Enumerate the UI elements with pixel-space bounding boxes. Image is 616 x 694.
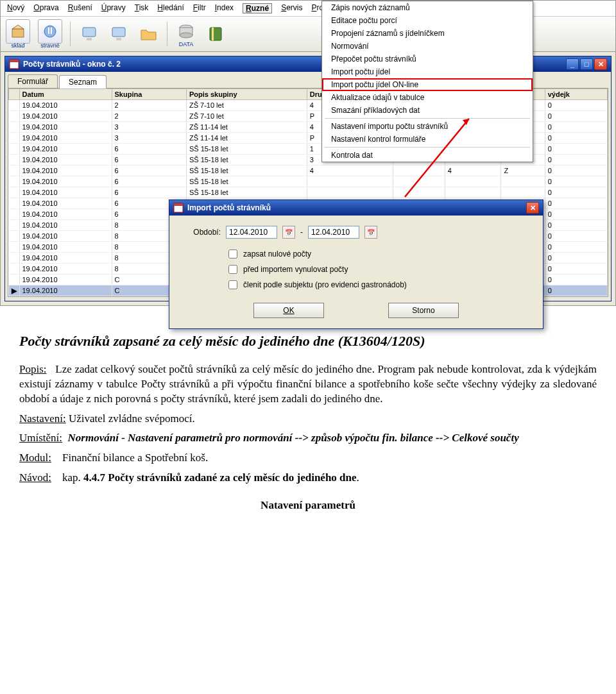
- cell: 19.04.2010: [19, 122, 112, 133]
- toolbar-btn-folder[interactable]: [137, 23, 159, 45]
- menu-item[interactable]: Aktualizace údajů v tabulce: [322, 91, 533, 104]
- menu-item[interactable]: Editace počtu porcí: [322, 14, 533, 27]
- cell: 19.04.2010: [19, 242, 112, 253]
- cell: 0: [545, 165, 607, 176]
- checkbox-reset-before[interactable]: [228, 265, 237, 274]
- menu-index[interactable]: Index: [215, 3, 234, 13]
- cell: SŠ 15-18 let: [186, 144, 307, 155]
- doc-label-popis: Popis:: [19, 363, 47, 375]
- menu-item[interactable]: Normování: [322, 40, 533, 53]
- column-header[interactable]: [9, 89, 20, 100]
- tab-formulář[interactable]: Formulář: [8, 74, 58, 88]
- dialog-titlebar: Import počtů strávníků ✕: [169, 200, 543, 216]
- cell: [9, 111, 20, 122]
- tab-seznam[interactable]: Seznam: [59, 75, 107, 89]
- menu-item-highlighted[interactable]: Import počtu jídel ON-line: [322, 78, 533, 91]
- cell: [9, 264, 20, 275]
- checkbox-split-subject[interactable]: [228, 280, 237, 289]
- box-icon: [10, 24, 26, 39]
- cell: 19.04.2010: [19, 231, 112, 242]
- ok-button[interactable]: OK: [253, 303, 324, 318]
- menu-item[interactable]: Nastavení kontrol formuláře: [322, 133, 533, 146]
- date-to-input[interactable]: [308, 226, 359, 239]
- cell: [9, 242, 20, 253]
- cell: 19.04.2010: [19, 198, 112, 209]
- toolbar-btn-stravne[interactable]: [38, 19, 62, 44]
- menu-oprava[interactable]: Oprava: [33, 3, 58, 13]
- menu-item[interactable]: Propojení záznamů s jídelníčkem: [322, 27, 533, 40]
- cell: [393, 187, 445, 198]
- cell: Z: [501, 165, 545, 176]
- close-button[interactable]: ✕: [594, 58, 607, 70]
- cell: [393, 165, 445, 176]
- cancel-button[interactable]: Storno: [388, 303, 459, 318]
- cell: 4: [445, 165, 501, 176]
- menu-servis[interactable]: Servis: [281, 3, 302, 13]
- dialog-import: Import počtů strávníků ✕ Období: 📅 - 📅 z…: [169, 199, 543, 329]
- dialog-close-button[interactable]: ✕: [526, 202, 539, 214]
- cell: [9, 187, 20, 198]
- monitor-icon: [80, 25, 98, 43]
- menu-item[interactable]: Smazání příkladových dat: [322, 104, 533, 117]
- menu-nový[interactable]: Nový: [7, 3, 24, 13]
- menu-hledání[interactable]: Hledání: [157, 3, 184, 13]
- cell: 4: [307, 165, 393, 176]
- calendar-button-from[interactable]: 📅: [282, 226, 295, 239]
- calendar-button-to[interactable]: 📅: [364, 226, 377, 239]
- cell: 0: [545, 144, 607, 155]
- cell: 19.04.2010: [19, 144, 112, 155]
- cell: 0: [545, 176, 607, 187]
- window-icon: [173, 203, 184, 213]
- menu-item[interactable]: Nastavení importu počtu strávníků: [322, 120, 533, 133]
- checkbox-label: zapsat nulové počty: [243, 250, 311, 258]
- date-from-input[interactable]: [226, 226, 277, 239]
- period-separator: -: [300, 228, 303, 237]
- menu-item[interactable]: Zápis nových záznamů: [322, 1, 533, 14]
- column-header[interactable]: Datum: [19, 89, 112, 100]
- table-row[interactable]: 19.04.20106SŠ 15-18 let0: [9, 187, 608, 198]
- column-header[interactable]: výdejk: [545, 89, 607, 100]
- svg-rect-8: [116, 38, 121, 40]
- toolbar-btn-sklad[interactable]: [6, 19, 30, 44]
- checkbox-zero-counts[interactable]: [228, 250, 237, 258]
- menu-úpravy[interactable]: Úpravy: [101, 3, 126, 13]
- menu-filtr[interactable]: Filtr: [193, 3, 206, 13]
- monitor-icon: [110, 25, 128, 43]
- cell: ZŠ 7-10 let: [186, 111, 307, 122]
- cell: 19.04.2010: [19, 100, 112, 111]
- cell: [9, 155, 20, 165]
- document-section: Počty strávníků zapsané za celý měsíc do…: [0, 306, 616, 539]
- menu-item[interactable]: Import počtu jídel: [322, 65, 533, 78]
- menu-rušení[interactable]: Rušení: [68, 3, 92, 13]
- toolbar-label-sklad: sklad: [11, 42, 24, 49]
- toolbar-btn-data[interactable]: [175, 21, 197, 42]
- menu-tisk[interactable]: Tisk: [135, 3, 149, 13]
- doc-label-modul: Modul:: [19, 452, 51, 464]
- folder-icon: [139, 25, 157, 43]
- table-row[interactable]: 19.04.20106SŠ 15-18 let44Z0: [9, 165, 608, 176]
- minimize-button[interactable]: _: [566, 58, 579, 70]
- cell: 0: [545, 209, 607, 220]
- cell: 19.04.2010: [19, 209, 112, 220]
- table-row[interactable]: 19.04.20106SŠ 15-18 let0: [9, 176, 608, 187]
- column-header[interactable]: Popis skupiny: [186, 89, 307, 100]
- cell: 3: [112, 133, 186, 144]
- maximize-button[interactable]: □: [580, 58, 593, 70]
- menu-item[interactable]: Přepočet počtu strávníků: [322, 53, 533, 65]
- cell: 3: [112, 122, 186, 133]
- cell: 6: [112, 165, 186, 176]
- toolbar-btn-pc[interactable]: [78, 23, 100, 45]
- column-header[interactable]: Skupina: [112, 89, 186, 100]
- menu-ruzné[interactable]: Ruzné: [243, 3, 272, 13]
- svg-rect-5: [83, 28, 96, 37]
- cell: 2: [112, 100, 186, 111]
- doc-text-modul: Finanční bilance a Spotřební koš.: [62, 452, 208, 464]
- menu-item[interactable]: Kontrola dat: [322, 149, 533, 162]
- svg-rect-17: [10, 60, 19, 62]
- toolbar-btn-book[interactable]: [205, 23, 227, 45]
- cell: [9, 275, 20, 285]
- cell: [445, 187, 501, 198]
- svg-rect-7: [112, 28, 125, 37]
- cell: 6: [112, 176, 186, 187]
- toolbar-btn-pc2[interactable]: [108, 23, 130, 45]
